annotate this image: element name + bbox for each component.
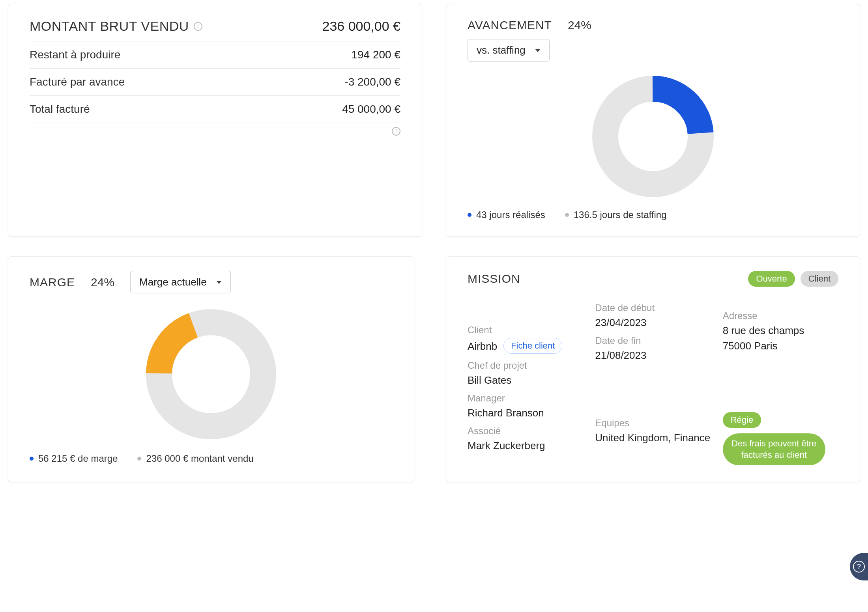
adresse-line1: 8 rue des champs bbox=[723, 325, 838, 337]
avancement-title: AVANCEMENT bbox=[468, 19, 552, 32]
montant-row: Total facturé 45 000,00 € bbox=[30, 96, 400, 123]
chevron-down-icon bbox=[535, 49, 541, 52]
date-debut-value: 23/04/2023 bbox=[595, 317, 711, 329]
manager-label: Manager bbox=[468, 393, 583, 404]
legend-dot-icon bbox=[30, 457, 34, 461]
legend-text: 43 jours réalisés bbox=[476, 209, 545, 220]
avancement-dropdown[interactable]: vs. staffing bbox=[468, 39, 550, 62]
chef-value: Bill Gates bbox=[468, 374, 583, 386]
avancement-donut bbox=[468, 71, 838, 202]
avancement-percent: 24% bbox=[568, 19, 591, 32]
frais-note-badge: Des frais peuvent être facturés au clien… bbox=[723, 433, 825, 465]
status-badge-ouverte: Ouverte bbox=[748, 271, 795, 287]
marge-card: MARGE 24% Marge actuelle 56 215 € de mar… bbox=[8, 256, 414, 482]
status-badge-client: Client bbox=[801, 271, 838, 287]
marge-dropdown[interactable]: Marge actuelle bbox=[130, 271, 231, 293]
mission-title: MISSION bbox=[468, 272, 520, 285]
marge-percent: 24% bbox=[91, 276, 114, 289]
avancement-card: AVANCEMENT 24% vs. staffing 43 jours réa… bbox=[446, 4, 860, 237]
date-debut-label: Date de début bbox=[595, 302, 711, 313]
montant-row: Restant à produire 194 200 € bbox=[30, 41, 400, 69]
marge-dropdown-label: Marge actuelle bbox=[139, 276, 207, 288]
chevron-down-icon bbox=[216, 281, 222, 284]
montant-row-label: Facturé par avance bbox=[30, 76, 125, 88]
legend-text: 236 000 € montant vendu bbox=[146, 453, 253, 464]
equipes-value: United Kingdom, Finance bbox=[595, 432, 711, 444]
legend-dot-icon bbox=[468, 213, 471, 217]
manager-value: Richard Branson bbox=[468, 407, 583, 419]
marge-title: MARGE bbox=[30, 276, 75, 289]
client-label: Client bbox=[468, 325, 583, 336]
legend-dot-icon bbox=[137, 457, 141, 461]
legend-item: 56 215 € de marge bbox=[30, 453, 118, 464]
client-value: Airbnb bbox=[468, 340, 497, 353]
info-icon[interactable]: i bbox=[392, 127, 400, 136]
montant-row-value: 194 200 € bbox=[351, 49, 400, 61]
montant-card: MONTANT BRUT VENDU i 236 000,00 € Restan… bbox=[8, 4, 422, 237]
legend-item: 236 000 € montant vendu bbox=[137, 453, 253, 464]
regie-badge: Régie bbox=[723, 412, 761, 428]
date-fin-label: Date de fin bbox=[595, 335, 711, 346]
legend-text: 136.5 jours de staffing bbox=[574, 209, 667, 220]
montant-row-label: Restant à produire bbox=[30, 49, 120, 61]
date-fin-value: 21/08/2023 bbox=[595, 349, 711, 362]
info-icon[interactable]: i bbox=[194, 22, 202, 31]
mission-card: MISSION Ouverte Client Client Airbnb Fic… bbox=[446, 256, 860, 482]
montant-title-text: MONTANT BRUT VENDU bbox=[30, 19, 189, 34]
associe-label: Associé bbox=[468, 425, 583, 437]
montant-row: Facturé par avance -3 200,00 € bbox=[30, 69, 400, 96]
montant-row-label: Total facturé bbox=[30, 103, 90, 116]
equipes-label: Equipes bbox=[595, 418, 711, 429]
legend-item: 43 jours réalisés bbox=[468, 209, 545, 220]
adresse-line2: 75000 Paris bbox=[723, 340, 838, 352]
montant-total: 236 000,00 € bbox=[322, 19, 400, 34]
montant-row-value: 45 000,00 € bbox=[342, 103, 400, 116]
marge-donut bbox=[30, 303, 393, 445]
avancement-dropdown-label: vs. staffing bbox=[477, 44, 526, 56]
fiche-client-button[interactable]: Fiche client bbox=[503, 338, 562, 354]
legend-dot-icon bbox=[565, 213, 569, 217]
legend-item: 136.5 jours de staffing bbox=[565, 209, 667, 220]
montant-row-value: -3 200,00 € bbox=[344, 76, 400, 88]
montant-title: MONTANT BRUT VENDU i bbox=[30, 19, 202, 34]
chef-label: Chef de projet bbox=[468, 360, 583, 371]
legend-text: 56 215 € de marge bbox=[38, 453, 118, 464]
associe-value: Mark Zuckerberg bbox=[468, 440, 583, 452]
adresse-label: Adresse bbox=[723, 310, 838, 321]
